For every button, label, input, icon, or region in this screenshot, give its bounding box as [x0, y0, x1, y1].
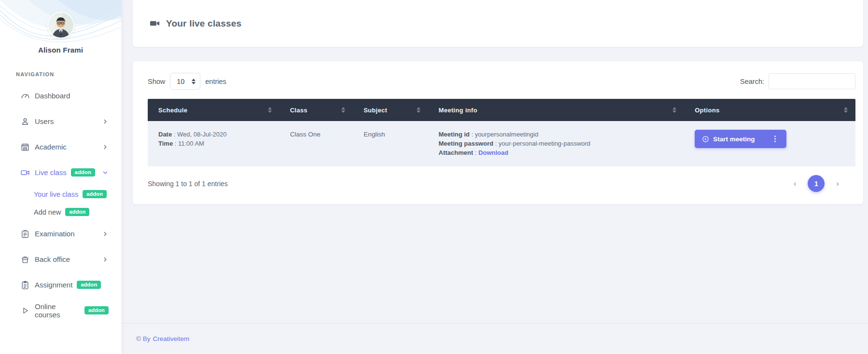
school-icon — [20, 142, 30, 152]
spacer — [122, 204, 868, 323]
pagination: ‹ 1 › — [790, 175, 843, 192]
entries-select[interactable]: 10 — [170, 73, 200, 90]
addon-badge: addon — [77, 281, 101, 289]
speedometer-icon — [20, 91, 30, 101]
sort-icon — [341, 107, 345, 113]
column-header-meeting-info[interactable]: Meeting info — [428, 99, 685, 121]
sidebar-item-label: Add new — [34, 208, 61, 216]
sidebar-item-label: Examination — [35, 230, 75, 238]
start-meeting-button[interactable]: Start meeting ⋮ — [695, 130, 786, 148]
sidebar-item-online-courses[interactable]: Online courses addon — [0, 298, 121, 323]
sidebar-item-label: Assignment — [35, 281, 72, 289]
column-header-class[interactable]: Class — [280, 99, 353, 121]
table-controls: Show 10 entries Search: — [148, 73, 855, 90]
meeting-info-cell: Meeting id : yourpersonalmeetingid Meeti… — [428, 121, 685, 166]
sidebar-item-label: Users — [35, 117, 54, 125]
sidebar-item-your-live-class[interactable]: Your live class addon — [0, 185, 121, 203]
sort-icon — [417, 107, 420, 113]
addon-badge: addon — [83, 190, 107, 198]
sidebar-item-users[interactable]: Users — [0, 109, 121, 134]
pagination-page-1[interactable]: 1 — [808, 175, 825, 192]
entries-summary: Showing 1 to 1 of 1 entries — [148, 180, 228, 188]
subject-cell: English — [353, 121, 428, 166]
office-basket-icon — [20, 254, 30, 264]
sidebar-item-examination[interactable]: Examination — [0, 221, 121, 246]
meeting-options-toggle[interactable]: ⋮ — [766, 135, 784, 143]
users-icon — [20, 116, 30, 126]
sidebar-item-assignment[interactable]: Assignment addon — [0, 272, 121, 298]
video-camera-icon — [20, 167, 30, 177]
creativeitem-link[interactable]: Creativeitem — [153, 335, 189, 342]
schedule-cell: Date : Wed, 08-Jul-2020 Time : 11:00 AM — [148, 121, 280, 166]
show-label: Show — [148, 78, 165, 85]
column-header-options[interactable]: Options — [684, 99, 855, 121]
video-camera-icon — [149, 18, 160, 29]
sidebar-nav: Dashboard Users Aca — [0, 83, 121, 323]
play-circle-icon — [702, 136, 709, 143]
sidebar-item-back-office[interactable]: Back office — [0, 246, 121, 272]
entries-label: entries — [205, 78, 226, 85]
page-footer: © By Creativeitem — [122, 323, 868, 354]
table-header-row: Schedule Class Subject Meeting info — [148, 99, 855, 121]
copyright-text: © By — [136, 335, 150, 342]
sidebar-item-label: Academic — [35, 143, 67, 151]
sort-icon — [844, 107, 848, 113]
sort-icon — [672, 107, 676, 113]
avatar[interactable] — [48, 13, 73, 38]
page-header: Your live classes — [133, 0, 863, 47]
sidebar-item-label: Back office — [35, 255, 70, 263]
chevron-right-icon — [102, 144, 109, 150]
chevron-right-icon — [102, 231, 109, 237]
sidebar-item-label: Online courses — [35, 302, 80, 319]
table-row: Date : Wed, 08-Jul-2020 Time : 11:00 AM … — [148, 121, 855, 166]
entries-select-value: 10 — [177, 78, 184, 85]
assignment-clipboard-icon — [20, 280, 30, 290]
table-footer: Showing 1 to 1 of 1 entries ‹ 1 › — [148, 175, 855, 192]
addon-badge: addon — [71, 168, 95, 177]
sidebar-item-label: Your live class — [34, 191, 78, 198]
class-cell: Class One — [280, 121, 353, 166]
pagination-prev-button[interactable]: ‹ — [790, 177, 800, 190]
main-content: Your live classes Show 10 entries Search… — [122, 0, 868, 354]
column-header-schedule[interactable]: Schedule — [148, 99, 280, 121]
user-name: Alison Frami — [0, 46, 121, 54]
addon-badge: addon — [65, 208, 89, 216]
search-block: Search: — [740, 73, 855, 89]
sidebar: Alison Frami NAVIGATION Dashboard — [0, 0, 122, 354]
sidebar-item-label: Live class — [35, 168, 67, 177]
exam-clipboard-icon — [20, 229, 30, 239]
select-stepper-icon — [192, 79, 196, 84]
chevron-right-icon — [102, 118, 109, 125]
options-cell: Start meeting ⋮ — [684, 121, 855, 166]
profile-block: Alison Frami — [0, 0, 121, 54]
play-icon — [20, 305, 30, 315]
live-classes-card: Show 10 entries Search: Schedule — [133, 61, 863, 204]
search-label: Search: — [740, 78, 764, 85]
pagination-next-button[interactable]: › — [832, 177, 843, 190]
live-classes-table: Schedule Class Subject Meeting info — [148, 99, 855, 166]
addon-badge: addon — [84, 306, 109, 314]
download-attachment-link[interactable]: Download — [478, 149, 508, 156]
search-input[interactable] — [769, 73, 855, 89]
sort-icon — [268, 107, 272, 113]
sidebar-item-live-class[interactable]: Live class addon — [0, 160, 121, 185]
sidebar-item-label: Dashboard — [35, 92, 70, 100]
chevron-right-icon — [102, 256, 109, 263]
chevron-down-icon — [102, 169, 109, 176]
sidebar-item-academic[interactable]: Academic — [0, 134, 121, 160]
app-root: Alison Frami NAVIGATION Dashboard — [0, 0, 868, 354]
sidebar-item-add-new[interactable]: Add new addon — [0, 203, 121, 221]
sidebar-item-dashboard[interactable]: Dashboard — [0, 83, 121, 109]
nav-section-label: NAVIGATION — [0, 71, 121, 77]
column-header-subject[interactable]: Subject — [353, 99, 428, 121]
page-title: Your live classes — [166, 18, 241, 29]
